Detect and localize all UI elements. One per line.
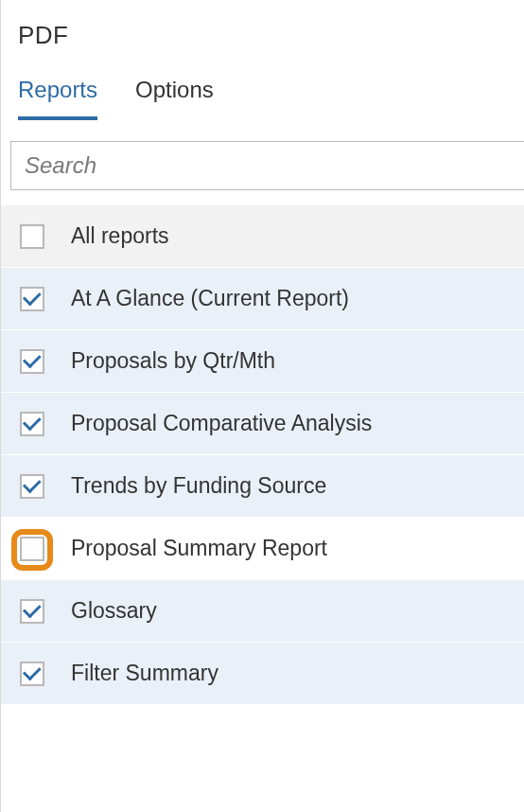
label-trends: Trends by Funding Source <box>71 473 326 499</box>
row-filter-summary[interactable]: Filter Summary <box>1 643 524 705</box>
row-trends[interactable]: Trends by Funding Source <box>1 455 524 518</box>
label-comparative: Proposal Comparative Analysis <box>71 411 372 436</box>
tab-bar: Reports Options <box>1 77 524 120</box>
tab-reports[interactable]: Reports <box>18 77 97 120</box>
row-proposal-summary[interactable]: Proposal Summary Report <box>1 518 524 580</box>
tab-options[interactable]: Options <box>135 77 214 120</box>
label-proposal-summary: Proposal Summary Report <box>71 536 327 561</box>
report-list: All reports At A Glance (Current Report)… <box>1 205 524 705</box>
row-proposals-qtr[interactable]: Proposals by Qtr/Mth <box>1 330 524 393</box>
panel-title: PDF <box>1 8 524 77</box>
search-container <box>1 120 524 190</box>
checkbox-glossary[interactable] <box>20 599 44 624</box>
label-glossary: Glossary <box>71 598 157 624</box>
search-input[interactable] <box>10 141 524 190</box>
checkbox-proposal-summary[interactable] <box>20 537 44 561</box>
checkbox-at-a-glance[interactable] <box>20 287 44 311</box>
checkbox-proposals-qtr[interactable] <box>20 349 44 374</box>
checkbox-trends[interactable] <box>20 474 44 499</box>
label-all-reports: All reports <box>71 223 169 249</box>
checkbox-all-reports[interactable] <box>20 224 44 249</box>
row-comparative[interactable]: Proposal Comparative Analysis <box>1 393 524 455</box>
label-filter-summary: Filter Summary <box>71 661 218 686</box>
row-at-a-glance[interactable]: At A Glance (Current Report) <box>1 268 524 330</box>
row-glossary[interactable]: Glossary <box>1 580 524 643</box>
row-all-reports[interactable]: All reports <box>1 205 524 268</box>
checkbox-comparative[interactable] <box>20 412 44 436</box>
pdf-export-panel: PDF Reports Options All reports At A Gla… <box>0 0 524 812</box>
checkbox-filter-summary[interactable] <box>20 662 44 686</box>
label-proposals-qtr: Proposals by Qtr/Mth <box>71 348 275 374</box>
label-at-a-glance: At A Glance (Current Report) <box>71 286 349 311</box>
